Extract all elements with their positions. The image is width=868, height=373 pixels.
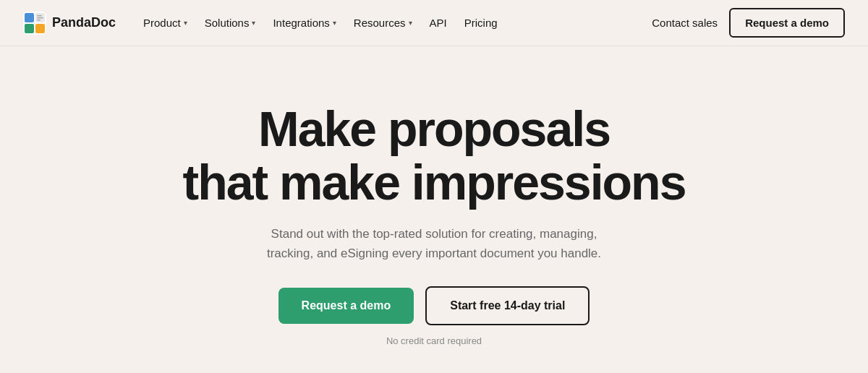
hero-title-line1: Make proposals xyxy=(258,101,610,156)
nav-item-api[interactable]: API xyxy=(422,11,454,35)
chevron-down-icon: ▾ xyxy=(409,19,412,27)
svg-rect-1 xyxy=(25,13,34,22)
nav-label-resources: Resources xyxy=(354,17,406,29)
nav-item-resources[interactable]: Resources ▾ xyxy=(346,11,420,35)
nav-left: PandaDoc Product ▾ Solutions ▾ Integrati… xyxy=(23,11,505,35)
nav-item-integrations[interactable]: Integrations ▾ xyxy=(265,11,343,35)
request-demo-button-nav[interactable]: Request a demo xyxy=(729,8,845,38)
chevron-down-icon: ▾ xyxy=(252,19,255,27)
nav-label-product: Product xyxy=(143,17,181,29)
hero-title: Make proposals that make impressions xyxy=(183,102,686,210)
hero-title-line2: that make impressions xyxy=(183,155,686,210)
svg-rect-3 xyxy=(35,24,45,33)
nav-item-solutions[interactable]: Solutions ▾ xyxy=(197,11,263,35)
svg-rect-6 xyxy=(37,17,43,19)
contact-sales-link[interactable]: Contact sales xyxy=(652,17,718,29)
nav-item-product[interactable]: Product ▾ xyxy=(136,11,195,35)
nav-label-integrations: Integrations xyxy=(273,17,329,29)
svg-rect-7 xyxy=(37,20,41,21)
chevron-down-icon: ▾ xyxy=(184,19,187,27)
hero-subtitle: Stand out with the top-rated solution fo… xyxy=(260,224,608,263)
nav-label-api: API xyxy=(430,17,447,29)
free-trial-button[interactable]: Start free 14-day trial xyxy=(425,286,590,325)
nav-right: Contact sales Request a demo xyxy=(652,8,845,38)
no-credit-card-label: No credit card required xyxy=(386,335,482,346)
nav-menu: Product ▾ Solutions ▾ Integrations ▾ Res… xyxy=(136,11,505,35)
logo-icon xyxy=(23,12,46,35)
hero-section: Make proposals that make impressions Sta… xyxy=(0,46,868,373)
brand-name: PandaDoc xyxy=(52,15,116,30)
svg-rect-2 xyxy=(25,24,34,33)
navbar: PandaDoc Product ▾ Solutions ▾ Integrati… xyxy=(0,0,868,46)
nav-label-solutions: Solutions xyxy=(205,17,250,29)
nav-label-pricing: Pricing xyxy=(464,17,498,29)
chevron-down-icon: ▾ xyxy=(333,19,336,27)
nav-item-pricing[interactable]: Pricing xyxy=(457,11,505,35)
svg-rect-5 xyxy=(37,15,42,17)
request-demo-button-hero[interactable]: Request a demo xyxy=(278,288,414,324)
hero-buttons: Request a demo Start free 14-day trial xyxy=(278,286,590,325)
logo-link[interactable]: PandaDoc xyxy=(23,12,116,35)
